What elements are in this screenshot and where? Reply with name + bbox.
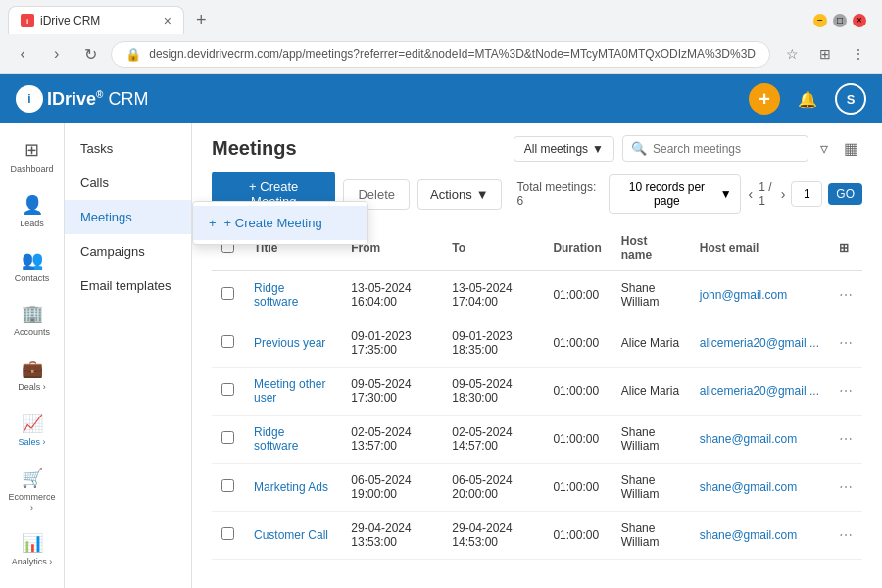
leads-icon: 👤 (22, 194, 43, 216)
meeting-title-link[interactable]: Customer Call (254, 528, 328, 542)
table-body: Ridge software 13-05-2024 16:04:00 13-05… (212, 270, 862, 560)
sub-item-meetings[interactable]: Meetings (65, 200, 191, 234)
contacts-icon: 👥 (22, 249, 43, 270)
row-actions-cell: ⋯ (829, 270, 862, 319)
sidebar-item-contacts[interactable]: 👥 Contacts (4, 241, 61, 292)
all-meetings-dropdown[interactable]: All meetings ▼ (514, 136, 614, 162)
sidebar-label-dashboard: Dashboard (10, 164, 53, 174)
host-email-link[interactable]: john@gmail.com (700, 288, 788, 302)
row-checkbox[interactable] (221, 383, 234, 396)
sidebar-item-data-migration[interactable]: 🔄 Data Migration (4, 579, 61, 588)
total-meetings-label: Total meetings: 6 (517, 180, 602, 208)
host-email-link[interactable]: shane@gmail.com (700, 432, 798, 446)
row-checkbox[interactable] (221, 479, 234, 492)
search-box: 🔍 (622, 135, 808, 162)
header-host-name: Host name (612, 226, 690, 270)
sub-item-tasks[interactable]: Tasks (65, 131, 191, 166)
host-email-link[interactable]: alicemeria20@gmail.... (700, 336, 819, 350)
sidebar-item-analytics[interactable]: 📊 Analytics › (4, 524, 61, 575)
sidebar-item-accounts[interactable]: 🏢 Accounts (4, 295, 61, 346)
address-bar[interactable]: 🔒 design.devidrivecrm.com/app/meetings?r… (111, 41, 770, 68)
sub-item-calls[interactable]: Calls (65, 166, 191, 200)
meeting-title-link[interactable]: Ridge software (254, 425, 298, 453)
row-actions-icon[interactable]: ⋯ (839, 479, 853, 495)
sub-item-campaigns[interactable]: Campaigns (65, 234, 191, 269)
menu-button[interactable]: ⋮ (845, 40, 872, 68)
maximize-button[interactable]: □ (833, 14, 847, 27)
row-checkbox[interactable] (221, 335, 234, 348)
sidebar-item-sales[interactable]: 📈 Sales › (4, 405, 61, 456)
meeting-title-link[interactable]: Marketing Ads (254, 480, 328, 494)
meeting-title-link[interactable]: Previous year (254, 336, 325, 350)
back-button[interactable]: ‹ (10, 40, 35, 68)
sidebar-label-contacts: Contacts (15, 273, 50, 284)
row-checkbox[interactable] (221, 287, 234, 300)
row-actions-icon[interactable]: ⋯ (839, 335, 853, 351)
row-duration: 01:00:00 (543, 270, 611, 319)
header-avatar[interactable]: S (835, 83, 866, 115)
row-actions-cell: ⋯ (829, 512, 862, 560)
row-title: Ridge software (244, 416, 341, 464)
row-actions-icon[interactable]: ⋯ (839, 383, 853, 399)
sidebar-label-leads: Leads (20, 219, 44, 229)
page-number-input[interactable] (791, 181, 822, 207)
header-actions: All meetings ▼ 🔍 ▿ ▦ (514, 135, 862, 162)
popup-create-icon: + (209, 216, 217, 230)
host-email-link[interactable]: alicemeria20@gmail.... (700, 384, 819, 398)
row-host-email: shane@gmail.com (690, 416, 829, 464)
sub-item-email-templates[interactable]: Email templates (65, 269, 191, 303)
row-duration: 01:00:00 (543, 368, 611, 416)
row-checkbox[interactable] (221, 431, 234, 444)
sidebar-item-ecommerce[interactable]: 🛒 Ecommerce › (4, 460, 61, 521)
header-add-button[interactable]: + (749, 83, 780, 115)
row-title: Marketing Ads (244, 464, 341, 512)
host-email-link[interactable]: shane@gmail.com (700, 528, 798, 542)
row-actions-icon[interactable]: ⋯ (839, 527, 853, 543)
row-host-email: alicemeria20@gmail.... (690, 319, 829, 368)
go-button[interactable]: GO (828, 183, 862, 205)
sidebar-item-dashboard[interactable]: ⊞ Dashboard (4, 131, 61, 182)
pagination: ‹ 1 / 1 › GO (749, 180, 862, 208)
toolbar: + Create Meeting + + Create Meeting Dele… (192, 162, 882, 226)
meetings-table-container: Title From To Duration Host name Host em… (192, 226, 882, 588)
reload-button[interactable]: ↻ (77, 40, 103, 68)
table-row: Ridge software 13-05-2024 16:04:00 13-05… (212, 270, 862, 319)
table-row: Customer Call 29-04-2024 13:53:00 29-04-… (212, 512, 862, 560)
row-actions-icon[interactable]: ⋯ (839, 287, 853, 303)
close-button[interactable]: × (853, 14, 866, 27)
row-duration: 01:00:00 (543, 416, 611, 464)
sidebar-item-leads[interactable]: 👤 Leads (4, 186, 61, 237)
search-input[interactable] (653, 142, 800, 156)
filter-icon-button[interactable]: ▿ (816, 135, 832, 162)
tab-favicon: i (21, 14, 34, 27)
meeting-title-link[interactable]: Meeting other user (254, 377, 325, 405)
actions-button[interactable]: Actions ▼ (417, 179, 502, 210)
meeting-title-link[interactable]: Ridge software (254, 281, 298, 309)
extensions-button[interactable]: ⊞ (811, 40, 839, 68)
tab-title: iDrive CRM (40, 14, 158, 27)
meetings-table: Title From To Duration Host name Host em… (212, 226, 862, 560)
bookmark-button[interactable]: ☆ (778, 40, 806, 68)
calendar-icon-button[interactable]: ▦ (840, 135, 862, 162)
next-page-button[interactable]: › (781, 186, 786, 202)
prev-page-button[interactable]: ‹ (749, 186, 754, 202)
logo-text: IDrive® CRM (47, 89, 148, 110)
minimize-button[interactable]: − (813, 14, 827, 27)
logo-icon: i (16, 85, 43, 113)
forward-button[interactable]: › (43, 40, 69, 68)
deals-icon: 💼 (22, 358, 43, 379)
popup-create-meeting-item[interactable]: + + Create Meeting (193, 206, 368, 240)
new-tab-button[interactable]: + (188, 6, 215, 34)
header-bell-button[interactable]: 🔔 (792, 83, 823, 115)
table-row: Previous year 09-01-2023 17:35:00 09-01-… (212, 319, 862, 368)
column-settings-icon[interactable]: ⊞ (839, 241, 849, 255)
row-from: 29-04-2024 13:53:00 (341, 512, 442, 560)
sidebar-item-deals[interactable]: 💼 Deals › (4, 350, 61, 401)
row-actions-icon[interactable]: ⋯ (839, 431, 853, 447)
browser-tab[interactable]: i iDrive CRM × (8, 6, 184, 34)
host-email-link[interactable]: shane@gmail.com (700, 480, 798, 494)
records-per-page-select[interactable]: 10 records per page ▼ (609, 174, 740, 214)
close-tab-btn[interactable]: × (164, 13, 172, 28)
row-checkbox[interactable] (221, 527, 234, 540)
header-host-email: Host email (690, 226, 829, 270)
